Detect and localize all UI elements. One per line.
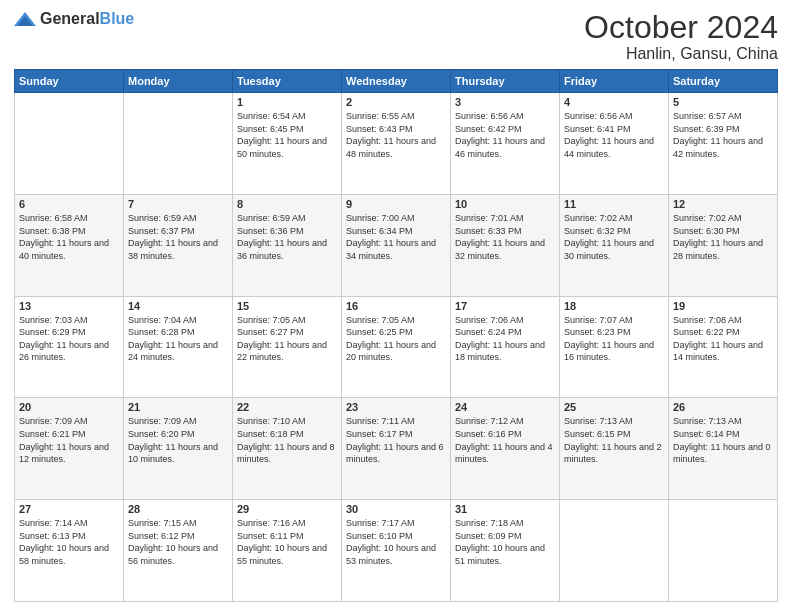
day-number: 27 xyxy=(19,503,119,515)
calendar-cell: 5Sunrise: 6:57 AMSunset: 6:39 PMDaylight… xyxy=(669,93,778,195)
day-info: Sunrise: 7:15 AMSunset: 6:12 PMDaylight:… xyxy=(128,517,228,567)
calendar-cell: 4Sunrise: 6:56 AMSunset: 6:41 PMDaylight… xyxy=(560,93,669,195)
day-info: Sunrise: 7:18 AMSunset: 6:09 PMDaylight:… xyxy=(455,517,555,567)
day-info: Sunrise: 7:02 AMSunset: 6:32 PMDaylight:… xyxy=(564,212,664,262)
calendar-cell: 17Sunrise: 7:06 AMSunset: 6:24 PMDayligh… xyxy=(451,296,560,398)
title-block: October 2024 Hanlin, Gansu, China xyxy=(584,10,778,63)
day-info: Sunrise: 7:17 AMSunset: 6:10 PMDaylight:… xyxy=(346,517,446,567)
day-info: Sunrise: 7:10 AMSunset: 6:18 PMDaylight:… xyxy=(237,415,337,465)
weekday-saturday: Saturday xyxy=(669,70,778,93)
calendar-cell: 31Sunrise: 7:18 AMSunset: 6:09 PMDayligh… xyxy=(451,500,560,602)
day-info: Sunrise: 7:03 AMSunset: 6:29 PMDaylight:… xyxy=(19,314,119,364)
calendar-cell: 16Sunrise: 7:05 AMSunset: 6:25 PMDayligh… xyxy=(342,296,451,398)
calendar-cell: 8Sunrise: 6:59 AMSunset: 6:36 PMDaylight… xyxy=(233,194,342,296)
day-number: 16 xyxy=(346,300,446,312)
week-row-3: 13Sunrise: 7:03 AMSunset: 6:29 PMDayligh… xyxy=(15,296,778,398)
day-info: Sunrise: 6:54 AMSunset: 6:45 PMDaylight:… xyxy=(237,110,337,160)
calendar-cell: 15Sunrise: 7:05 AMSunset: 6:27 PMDayligh… xyxy=(233,296,342,398)
location-title: Hanlin, Gansu, China xyxy=(584,45,778,63)
day-number: 25 xyxy=(564,401,664,413)
calendar-cell: 30Sunrise: 7:17 AMSunset: 6:10 PMDayligh… xyxy=(342,500,451,602)
day-number: 23 xyxy=(346,401,446,413)
day-number: 5 xyxy=(673,96,773,108)
day-number: 4 xyxy=(564,96,664,108)
day-info: Sunrise: 7:16 AMSunset: 6:11 PMDaylight:… xyxy=(237,517,337,567)
calendar-cell: 2Sunrise: 6:55 AMSunset: 6:43 PMDaylight… xyxy=(342,93,451,195)
calendar-cell: 24Sunrise: 7:12 AMSunset: 6:16 PMDayligh… xyxy=(451,398,560,500)
day-info: Sunrise: 7:14 AMSunset: 6:13 PMDaylight:… xyxy=(19,517,119,567)
day-info: Sunrise: 7:11 AMSunset: 6:17 PMDaylight:… xyxy=(346,415,446,465)
weekday-tuesday: Tuesday xyxy=(233,70,342,93)
day-info: Sunrise: 6:56 AMSunset: 6:41 PMDaylight:… xyxy=(564,110,664,160)
calendar-cell: 1Sunrise: 6:54 AMSunset: 6:45 PMDaylight… xyxy=(233,93,342,195)
day-number: 17 xyxy=(455,300,555,312)
day-info: Sunrise: 6:58 AMSunset: 6:38 PMDaylight:… xyxy=(19,212,119,262)
day-number: 8 xyxy=(237,198,337,210)
calendar-cell: 7Sunrise: 6:59 AMSunset: 6:37 PMDaylight… xyxy=(124,194,233,296)
day-info: Sunrise: 7:00 AMSunset: 6:34 PMDaylight:… xyxy=(346,212,446,262)
day-info: Sunrise: 7:05 AMSunset: 6:25 PMDaylight:… xyxy=(346,314,446,364)
day-number: 21 xyxy=(128,401,228,413)
day-number: 26 xyxy=(673,401,773,413)
day-number: 28 xyxy=(128,503,228,515)
day-number: 30 xyxy=(346,503,446,515)
day-info: Sunrise: 6:59 AMSunset: 6:37 PMDaylight:… xyxy=(128,212,228,262)
calendar-cell: 12Sunrise: 7:02 AMSunset: 6:30 PMDayligh… xyxy=(669,194,778,296)
calendar-cell xyxy=(560,500,669,602)
header: GeneralBlue October 2024 Hanlin, Gansu, … xyxy=(14,10,778,63)
month-title: October 2024 xyxy=(584,10,778,45)
calendar-cell: 29Sunrise: 7:16 AMSunset: 6:11 PMDayligh… xyxy=(233,500,342,602)
day-info: Sunrise: 7:08 AMSunset: 6:22 PMDaylight:… xyxy=(673,314,773,364)
day-number: 19 xyxy=(673,300,773,312)
calendar-cell: 18Sunrise: 7:07 AMSunset: 6:23 PMDayligh… xyxy=(560,296,669,398)
week-row-4: 20Sunrise: 7:09 AMSunset: 6:21 PMDayligh… xyxy=(15,398,778,500)
day-number: 29 xyxy=(237,503,337,515)
day-info: Sunrise: 7:13 AMSunset: 6:15 PMDaylight:… xyxy=(564,415,664,465)
day-number: 24 xyxy=(455,401,555,413)
calendar-cell: 23Sunrise: 7:11 AMSunset: 6:17 PMDayligh… xyxy=(342,398,451,500)
logo-general: General xyxy=(40,10,100,27)
calendar-cell xyxy=(669,500,778,602)
calendar-cell: 10Sunrise: 7:01 AMSunset: 6:33 PMDayligh… xyxy=(451,194,560,296)
day-info: Sunrise: 7:09 AMSunset: 6:20 PMDaylight:… xyxy=(128,415,228,465)
day-number: 18 xyxy=(564,300,664,312)
day-number: 11 xyxy=(564,198,664,210)
day-info: Sunrise: 7:13 AMSunset: 6:14 PMDaylight:… xyxy=(673,415,773,465)
weekday-thursday: Thursday xyxy=(451,70,560,93)
day-info: Sunrise: 7:07 AMSunset: 6:23 PMDaylight:… xyxy=(564,314,664,364)
day-number: 22 xyxy=(237,401,337,413)
calendar-cell: 21Sunrise: 7:09 AMSunset: 6:20 PMDayligh… xyxy=(124,398,233,500)
weekday-sunday: Sunday xyxy=(15,70,124,93)
weekday-header-row: SundayMondayTuesdayWednesdayThursdayFrid… xyxy=(15,70,778,93)
calendar-cell: 20Sunrise: 7:09 AMSunset: 6:21 PMDayligh… xyxy=(15,398,124,500)
day-number: 9 xyxy=(346,198,446,210)
generalblue-logo-icon xyxy=(14,10,36,28)
day-info: Sunrise: 7:12 AMSunset: 6:16 PMDaylight:… xyxy=(455,415,555,465)
day-number: 3 xyxy=(455,96,555,108)
calendar-cell: 6Sunrise: 6:58 AMSunset: 6:38 PMDaylight… xyxy=(15,194,124,296)
day-number: 2 xyxy=(346,96,446,108)
day-number: 1 xyxy=(237,96,337,108)
day-number: 14 xyxy=(128,300,228,312)
weekday-wednesday: Wednesday xyxy=(342,70,451,93)
weekday-friday: Friday xyxy=(560,70,669,93)
calendar-cell: 22Sunrise: 7:10 AMSunset: 6:18 PMDayligh… xyxy=(233,398,342,500)
calendar-cell: 9Sunrise: 7:00 AMSunset: 6:34 PMDaylight… xyxy=(342,194,451,296)
calendar-cell xyxy=(15,93,124,195)
week-row-1: 1Sunrise: 6:54 AMSunset: 6:45 PMDaylight… xyxy=(15,93,778,195)
calendar-cell: 25Sunrise: 7:13 AMSunset: 6:15 PMDayligh… xyxy=(560,398,669,500)
day-info: Sunrise: 6:57 AMSunset: 6:39 PMDaylight:… xyxy=(673,110,773,160)
calendar-cell: 28Sunrise: 7:15 AMSunset: 6:12 PMDayligh… xyxy=(124,500,233,602)
day-info: Sunrise: 7:04 AMSunset: 6:28 PMDaylight:… xyxy=(128,314,228,364)
day-info: Sunrise: 7:05 AMSunset: 6:27 PMDaylight:… xyxy=(237,314,337,364)
day-info: Sunrise: 6:56 AMSunset: 6:42 PMDaylight:… xyxy=(455,110,555,160)
calendar-cell: 3Sunrise: 6:56 AMSunset: 6:42 PMDaylight… xyxy=(451,93,560,195)
calendar-cell: 14Sunrise: 7:04 AMSunset: 6:28 PMDayligh… xyxy=(124,296,233,398)
calendar-cell: 13Sunrise: 7:03 AMSunset: 6:29 PMDayligh… xyxy=(15,296,124,398)
day-number: 13 xyxy=(19,300,119,312)
day-info: Sunrise: 7:06 AMSunset: 6:24 PMDaylight:… xyxy=(455,314,555,364)
day-number: 10 xyxy=(455,198,555,210)
day-info: Sunrise: 7:01 AMSunset: 6:33 PMDaylight:… xyxy=(455,212,555,262)
week-row-5: 27Sunrise: 7:14 AMSunset: 6:13 PMDayligh… xyxy=(15,500,778,602)
day-info: Sunrise: 7:02 AMSunset: 6:30 PMDaylight:… xyxy=(673,212,773,262)
